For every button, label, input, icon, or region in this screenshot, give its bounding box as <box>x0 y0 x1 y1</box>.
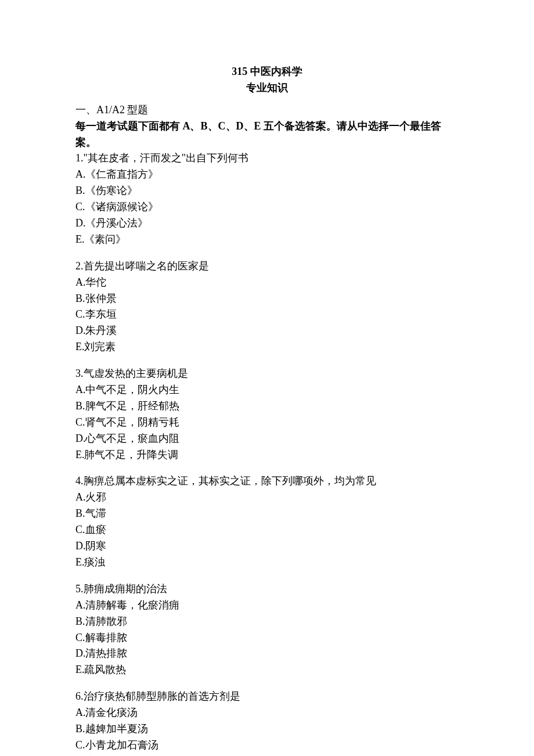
page: 315 中医内科学 专业知识 一、A1/A2 型题 每一道考试题下面都有 A、B… <box>0 0 534 756</box>
question-option: B.《伤寒论》 <box>75 183 459 199</box>
question-number: 1. <box>75 152 84 164</box>
question-option: E.疏风散热 <box>75 662 459 678</box>
question-2: 2.首先提出哮喘之名的医家是 A.华佗 B.张仲景 C.李东垣 D.朱丹溪 E.… <box>75 258 459 355</box>
question-option: C.肾气不足，阴精亏耗 <box>75 415 459 431</box>
section-heading: 一、A1/A2 型题 <box>75 102 459 118</box>
question-4: 4.胸痹总属本虚标实之证，其标实之证，除下列哪项外，均为常见 A.火邪 B.气滞… <box>75 473 459 570</box>
question-option: A.火邪 <box>75 489 459 506</box>
question-option: A.华佗 <box>75 275 459 291</box>
question-option: C.解毒排脓 <box>75 630 459 646</box>
question-option: E.痰浊 <box>75 555 459 571</box>
question-1: 1."其在皮者，汗而发之"出自下列何书 A.《仁斋直指方》 B.《伤寒论》 C.… <box>75 150 459 247</box>
question-3: 3.气虚发热的主要病机是 A.中气不足，阴火内生 B.脾气不足，肝经郁热 C.肾… <box>75 366 459 463</box>
question-5: 5.肺痈成痈期的治法 A.清肺解毒，化瘀消痈 B.清肺散邪 C.解毒排脓 D.清… <box>75 581 459 678</box>
question-option: D.《丹溪心法》 <box>75 215 459 232</box>
question-stem: 气虚发热的主要病机是 <box>84 368 188 379</box>
question-option: B.清肺散邪 <box>75 614 459 630</box>
question-option: B.脾气不足，肝经郁热 <box>75 398 459 415</box>
document-subtitle: 专业知识 <box>75 80 459 96</box>
question-stem: 治疗痰热郁肺型肺胀的首选方剂是 <box>84 690 240 702</box>
question-option: B.气滞 <box>75 506 459 522</box>
question-option: C.小青龙加石膏汤 <box>75 737 459 754</box>
question-option: B.张仲景 <box>75 291 459 307</box>
question-stem: 首先提出哮喘之名的医家是 <box>84 260 209 272</box>
question-number: 4. <box>75 475 84 487</box>
question-option: C.李东垣 <box>75 307 459 323</box>
spacer <box>75 571 459 581</box>
question-option: C.血瘀 <box>75 522 459 538</box>
question-number: 5. <box>75 583 84 595</box>
question-option: A.清金化痰汤 <box>75 705 459 721</box>
question-option: D.麻杏石甘荡 <box>75 754 459 756</box>
question-option: D.清热排脓 <box>75 646 459 662</box>
question-number: 3. <box>75 368 84 379</box>
spacer <box>75 355 459 366</box>
question-option: A.中气不足，阴火内生 <box>75 382 459 398</box>
question-number: 2. <box>75 260 84 272</box>
question-option: E.刘完素 <box>75 339 459 355</box>
document-title: 315 中医内科学 <box>75 64 459 80</box>
question-option: A.《仁斋直指方》 <box>75 167 459 183</box>
question-6: 6.治疗痰热郁肺型肺胀的首选方剂是 A.清金化痰汤 B.越婢加半夏汤 C.小青龙… <box>75 689 459 756</box>
question-option: E.《素问》 <box>75 232 459 248</box>
question-number: 6. <box>75 690 84 702</box>
question-option: B.越婢加半夏汤 <box>75 721 459 737</box>
question-option: D.阴寒 <box>75 538 459 555</box>
question-option: D.心气不足，瘀血内阻 <box>75 431 459 447</box>
question-option: E.肺气不足，升降失调 <box>75 447 459 463</box>
question-option: C.《诸病源候论》 <box>75 199 459 215</box>
question-stem: 胸痹总属本虚标实之证，其标实之证，除下列哪项外，均为常见 <box>84 475 376 487</box>
spacer <box>75 678 459 689</box>
instructions: 每一道考试题下面都有 A、B、C、D、E 五个备选答案。请从中选择一个最佳答案。 <box>75 118 459 151</box>
question-option: D.朱丹溪 <box>75 323 459 339</box>
question-stem: "其在皮者，汗而发之"出自下列何书 <box>84 152 249 164</box>
spacer <box>75 248 459 258</box>
spacer <box>75 463 459 473</box>
question-option: A.清肺解毒，化瘀消痈 <box>75 597 459 614</box>
question-stem: 肺痈成痈期的治法 <box>84 583 167 595</box>
